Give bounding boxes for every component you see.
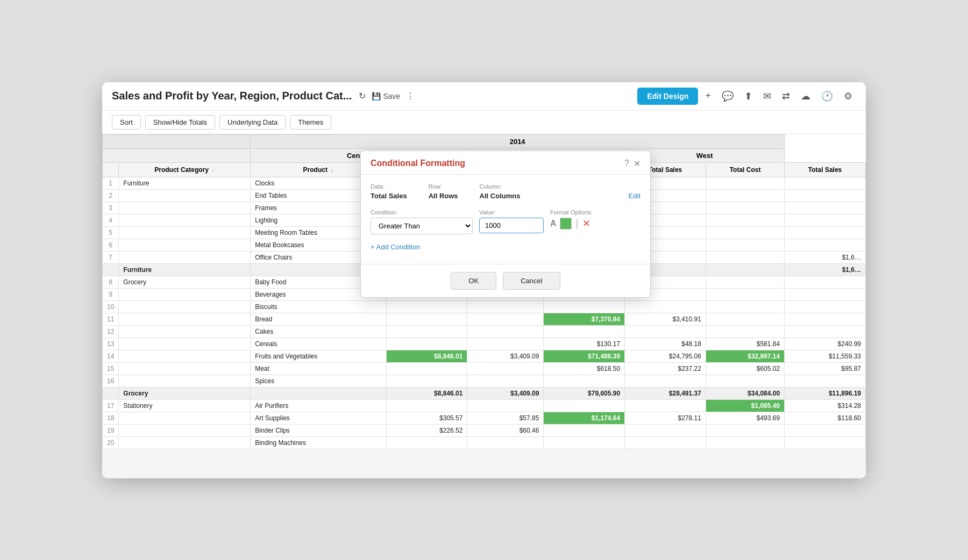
themes-button[interactable]: Themes: [290, 115, 331, 130]
dialog-title: Conditional Formatting: [371, 159, 465, 168]
row-label: Row:: [429, 183, 458, 190]
mail-button[interactable]: ✉: [759, 88, 775, 105]
format-options-row: A | ✕: [550, 218, 593, 229]
dialog-info-row: Data: Total Sales Row: All Rows Column: …: [371, 183, 640, 200]
comment-button[interactable]: 💬: [718, 88, 737, 105]
table-row: 16 Spices: [103, 375, 866, 387]
conditional-formatting-dialog: Conditional Formatting ? ✕ Data:: [360, 150, 651, 298]
show-hide-totals-button[interactable]: Show/Hide Totals: [145, 115, 215, 130]
condition-select[interactable]: Greater Than Equal To Not Equal To Less …: [371, 218, 473, 234]
year-2014: 2014: [251, 134, 785, 148]
plus-icon: +: [705, 90, 711, 101]
col-idx: [103, 162, 119, 177]
close-icon: ✕: [634, 159, 640, 168]
comment-icon: 💬: [722, 91, 734, 102]
format-options-col: Format Options: A | ✕: [550, 209, 593, 229]
more-icon: ⋮: [406, 91, 415, 101]
year-header-row: 2014: [103, 134, 866, 148]
table-row: 14 Fruits and Vegetables $8,846.01 $3,40…: [103, 350, 866, 362]
table-row-subtotal-grocery: Grocery $8,846.01 $3,409.09 $79,605.90 $…: [103, 387, 866, 399]
edit-link[interactable]: Edit: [629, 192, 640, 200]
titlebar-left: Sales and Profit by Year, Region, Produc…: [112, 89, 416, 103]
dialog-condition-row: Condition: Greater Than Equal To Not Equ…: [371, 209, 640, 234]
sort-arrow-prod: ↓: [331, 167, 333, 173]
gear-icon: ⚙: [844, 91, 852, 102]
save-icon: 💾: [372, 92, 381, 100]
dialog-close-button[interactable]: ✕: [634, 159, 640, 169]
data-label: Data:: [371, 183, 407, 190]
sort-button[interactable]: Sort: [112, 115, 141, 130]
clock-icon: 🕐: [821, 91, 833, 102]
add-condition-link[interactable]: + Add Condition: [371, 243, 420, 251]
value-col: Value:: [479, 209, 544, 233]
col-product-category[interactable]: Product Category ↓: [119, 162, 251, 177]
dialog-data-col: Data: Total Sales: [371, 183, 407, 200]
cloud-icon: ☁: [801, 91, 810, 102]
titlebar-right: Edit Design + 💬 ⬆ ✉ ⇄ ☁ 🕐 ⚙: [637, 88, 856, 105]
table-row: 20 Binding Machines: [103, 436, 866, 449]
color-swatch[interactable]: [560, 218, 572, 229]
table-row: 18 Art Supplies $305.57 $57.85 $1,174.64…: [103, 412, 866, 424]
col-label: Column:: [480, 183, 521, 190]
col-extra-total-sales: Total Sales: [785, 162, 866, 177]
ok-button[interactable]: OK: [451, 272, 496, 290]
upload-button[interactable]: ⬆: [741, 88, 756, 105]
share-button[interactable]: ⇄: [778, 88, 794, 105]
refresh-button[interactable]: ↻: [357, 89, 367, 103]
table-row: 10 Biscuits: [103, 300, 866, 313]
dialog-header-icons: ? ✕: [624, 159, 640, 169]
row-value: All Rows: [429, 192, 458, 200]
dialog-header: Conditional Formatting ? ✕: [361, 151, 650, 175]
plus-button[interactable]: +: [701, 88, 715, 104]
upload-icon: ⬆: [744, 91, 752, 102]
format-delete-button[interactable]: ✕: [582, 218, 590, 229]
cancel-button[interactable]: Cancel: [503, 272, 560, 290]
dialog-body: Data: Total Sales Row: All Rows Column: …: [361, 175, 650, 264]
value-input[interactable]: [479, 218, 544, 233]
format-separator: |: [576, 218, 579, 229]
col-value: All Columns: [480, 192, 521, 200]
dialog-edit-col: Edit: [629, 191, 640, 200]
share-icon: ⇄: [782, 91, 790, 102]
value-label: Value:: [479, 209, 544, 216]
format-options-label: Format Options:: [550, 209, 593, 216]
refresh-icon: ↻: [359, 91, 366, 101]
table-row: 13 Cereals $130.17 $48.18 $581.84 $240.9…: [103, 338, 866, 350]
format-a-icon: A: [550, 219, 557, 228]
col-west-total-cost: Total Cost: [706, 162, 784, 177]
main-window: Sales and Profit by Year, Region, Produc…: [102, 82, 866, 478]
table-area: 2014 Central East West Product Category …: [102, 134, 866, 478]
dialog-footer: OK Cancel: [361, 264, 650, 297]
delete-icon: ✕: [582, 218, 590, 229]
edit-design-button[interactable]: Edit Design: [637, 88, 698, 105]
dialog-col-col: Column: All Columns: [480, 183, 521, 200]
dialog-row-col: Row: All Rows: [429, 183, 458, 200]
table-row: 19 Binder Clips $226.52 $60.46: [103, 424, 866, 436]
mail-icon: ✉: [763, 91, 771, 102]
data-value: Total Sales: [371, 192, 407, 200]
table-row: 12 Cakes: [103, 325, 866, 338]
help-icon: ?: [624, 159, 629, 168]
table-row: 11 Bread $7,370.84 $3,410.91: [103, 313, 866, 325]
gear-button[interactable]: ⚙: [840, 88, 856, 105]
condition-col: Condition: Greater Than Equal To Not Equ…: [371, 209, 473, 234]
toolbar: Sort Show/Hide Totals Underlying Data Th…: [102, 111, 866, 134]
titlebar: Sales and Profit by Year, Region, Produc…: [102, 82, 866, 111]
dialog-help-button[interactable]: ?: [624, 159, 629, 168]
cloud-button[interactable]: ☁: [797, 88, 814, 105]
page-title: Sales and Profit by Year, Region, Produc…: [112, 90, 352, 102]
condition-label: Condition:: [371, 209, 473, 216]
table-row: 15 Meat $618.50 $237.22 $605.02 $95.87: [103, 362, 866, 375]
sort-arrow-cat: ↓: [212, 167, 215, 173]
underlying-data-button[interactable]: Underlying Data: [219, 115, 286, 130]
table-row: 17 Stationery Air Purifiers $1,085.40 $3…: [103, 399, 866, 412]
clock-button[interactable]: 🕐: [817, 88, 837, 105]
title-icons: ↻ 💾 Save ⋮: [357, 89, 416, 103]
save-button[interactable]: 💾 Save: [372, 92, 400, 100]
more-options-button[interactable]: ⋮: [404, 89, 416, 103]
